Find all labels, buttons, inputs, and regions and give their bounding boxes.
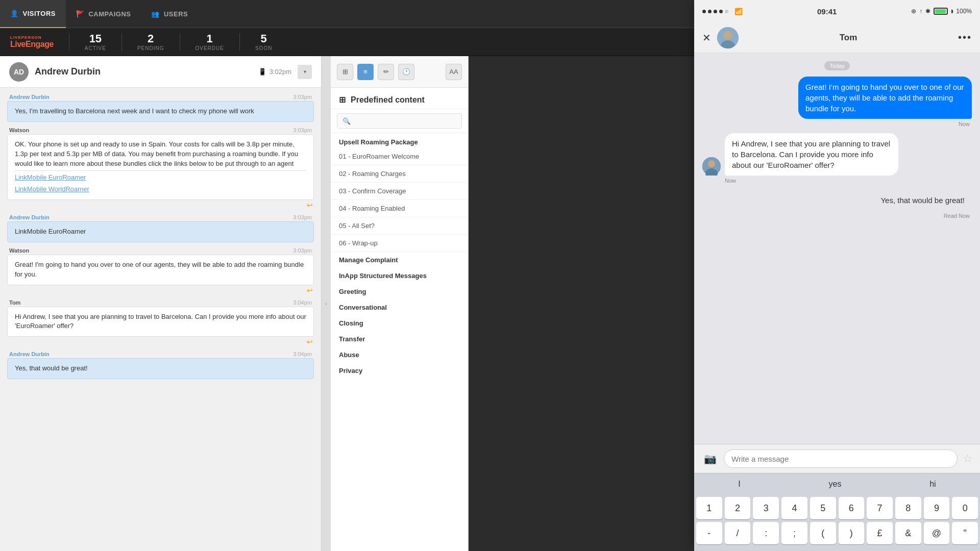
contact-avatar-image <box>717 27 739 48</box>
stat-soon: 5 SOON <box>239 33 287 51</box>
mobile-status-bar: 📶 09:41 ⊕ ↑ ✱ 100% <box>694 0 980 22</box>
quickreply-yes[interactable]: yes <box>823 478 848 491</box>
toggle-handle[interactable]: ‹ <box>322 56 331 551</box>
mobile-contact-avatar <box>717 27 739 48</box>
section-conversational[interactable]: Conversational <box>331 299 468 315</box>
keyboard-symbol-row: - / : ; ( ) £ & @ " <box>696 522 978 544</box>
section-privacy[interactable]: Privacy <box>331 363 468 379</box>
section-closing[interactable]: Closing <box>331 315 468 331</box>
chat-panel: AD Andrew Durbin 📱 3:02pm ▾ Andrew Durbi… <box>0 56 322 551</box>
key-closeparen[interactable]: ) <box>839 522 865 544</box>
key-9[interactable]: 9 <box>924 497 950 519</box>
mobile-header: ✕ Tom ••• <box>694 22 980 53</box>
link-worldroamer[interactable]: LinkMobile WorldRoamer <box>15 185 306 194</box>
favorite-button[interactable]: ☆ <box>963 452 973 465</box>
phone-icon: 📱 <box>258 68 266 76</box>
battery-indicator <box>934 8 948 15</box>
campaigns-icon: 🚩 <box>76 10 85 18</box>
mobile-chat: Today Great! I'm going to hand you over … <box>694 53 980 444</box>
key-3[interactable]: 3 <box>753 497 779 519</box>
grid-icon: ⊞ <box>339 95 346 105</box>
section-inapp[interactable]: InApp Structured Messages <box>331 268 468 284</box>
section-abuse[interactable]: Abuse <box>331 347 468 363</box>
key-semicolon[interactable]: ; <box>781 522 807 544</box>
location-icon: ⊕ <box>911 8 916 15</box>
grid-tool-button[interactable]: ⊞ <box>337 64 353 80</box>
avatar: AD <box>9 62 29 82</box>
bluetooth-icon: ✱ <box>925 8 930 15</box>
section-transfer[interactable]: Transfer <box>331 331 468 347</box>
content-item-04[interactable]: 04 - Roaming Enabled <box>331 200 468 217</box>
key-at[interactable]: @ <box>924 522 950 544</box>
arrow-icon-3: ↩ <box>307 338 313 346</box>
section-manage-complaint[interactable]: Manage Complaint <box>331 252 468 268</box>
quick-reply-bar: I yes hi <box>694 473 980 495</box>
chat-dropdown-button[interactable]: ▾ <box>298 65 312 79</box>
quickreply-hi[interactable]: hi <box>923 478 942 491</box>
message-3: Andrew Durbin 3:03pm LinkMobile EuroRoam… <box>7 214 314 242</box>
predefined-search-input[interactable] <box>337 113 462 129</box>
key-5[interactable]: 5 <box>810 497 836 519</box>
tab-visitors[interactable]: 👤 VISITORS <box>0 0 66 28</box>
keyboard-number-row: 1 2 3 4 5 6 7 8 9 0 <box>696 497 978 519</box>
key-1[interactable]: 1 <box>696 497 722 519</box>
content-item-02[interactable]: 02 - Roaming Charges <box>331 165 468 183</box>
font-tool-button[interactable]: AA <box>446 64 462 80</box>
quickreply-i[interactable]: I <box>732 478 746 491</box>
arrow-icon-2: ↩ <box>307 286 313 294</box>
predefined-content-panel: ⊞ ≡ ✏ 🕐 AA ⊞ Predefined content Upsell R… <box>331 56 469 551</box>
mobile-keyboard: 1 2 3 4 5 6 7 8 9 0 - / : ; ( ) £ & @ " <box>694 495 980 551</box>
mobile-message-sent-1: Great! I'm going to hand you over to one… <box>702 77 972 127</box>
section-greeting[interactable]: Greeting <box>331 284 468 299</box>
stat-overdue: 1 OVERDUE <box>180 33 239 51</box>
key-quote[interactable]: " <box>952 522 978 544</box>
key-colon[interactable]: : <box>753 522 779 544</box>
signal-dot-5 <box>725 10 728 13</box>
clock-tool-button[interactable]: 🕐 <box>398 64 414 80</box>
mobile-input-area: 📷 ☆ <box>694 444 980 473</box>
chat-header: AD Andrew Durbin 📱 3:02pm ▾ <box>0 56 321 88</box>
mobile-more-button[interactable]: ••• <box>958 32 972 43</box>
camera-button[interactable]: 📷 <box>701 450 719 467</box>
content-item-06[interactable]: 06 - Wrap-up <box>331 235 468 252</box>
middle-toolbar: ⊞ ≡ ✏ 🕐 AA <box>331 56 468 88</box>
predefined-tool-button[interactable]: ≡ <box>357 64 374 80</box>
key-4[interactable]: 4 <box>781 497 807 519</box>
key-0[interactable]: 0 <box>952 497 978 519</box>
key-openparen[interactable]: ( <box>810 522 836 544</box>
logo: LIVEPERSON LiveEngage <box>10 35 54 49</box>
signal-dot-4 <box>719 10 723 13</box>
content-item-01[interactable]: 01 - EuroRoamer Welcome <box>331 148 468 165</box>
svg-point-4 <box>708 160 715 167</box>
key-amp[interactable]: & <box>895 522 921 544</box>
message-input[interactable] <box>724 449 958 468</box>
signal-dot-1 <box>702 10 706 13</box>
battery-tip <box>951 10 953 13</box>
key-dash[interactable]: - <box>696 522 722 544</box>
mobile-message-received-1: Hi Andrew, I see that you are planning t… <box>702 133 972 184</box>
signal-dot-3 <box>714 10 717 13</box>
arrow-up-icon: ↑ <box>919 8 922 15</box>
stat-active: 15 ACTIVE <box>69 33 121 51</box>
message-6: Andrew Durbin 3:04pm Yes, that would be … <box>7 351 314 379</box>
mobile-close-button[interactable]: ✕ <box>702 32 711 44</box>
message-4: Watson 3:03pm Great! I'm going to hand y… <box>7 247 314 294</box>
tab-users[interactable]: 👥 USERS <box>141 0 198 28</box>
content-item-03[interactable]: 03 - Confirm Coverage <box>331 183 468 200</box>
wifi-icon: 📶 <box>734 8 743 15</box>
key-6[interactable]: 6 <box>839 497 865 519</box>
edit-tool-button[interactable]: ✏ <box>378 64 394 80</box>
key-7[interactable]: 7 <box>867 497 893 519</box>
svg-point-1 <box>724 31 732 39</box>
message-5: Tom 3:04pm Hi Andrew, I see that you are… <box>7 299 314 346</box>
key-pound[interactable]: £ <box>867 522 893 544</box>
category-upsell: Upsell Roaming Package <box>331 133 468 148</box>
content-item-05[interactable]: 05 - All Set? <box>331 217 468 235</box>
key-slash[interactable]: / <box>725 522 751 544</box>
users-icon: 👥 <box>151 10 160 18</box>
link-euroroamer[interactable]: LinkMobile EuroRoamer <box>15 173 306 183</box>
predefined-content-title: ⊞ Predefined content <box>331 88 468 109</box>
tab-campaigns[interactable]: 🚩 CAMPAIGNS <box>66 0 141 28</box>
key-8[interactable]: 8 <box>895 497 921 519</box>
key-2[interactable]: 2 <box>725 497 751 519</box>
